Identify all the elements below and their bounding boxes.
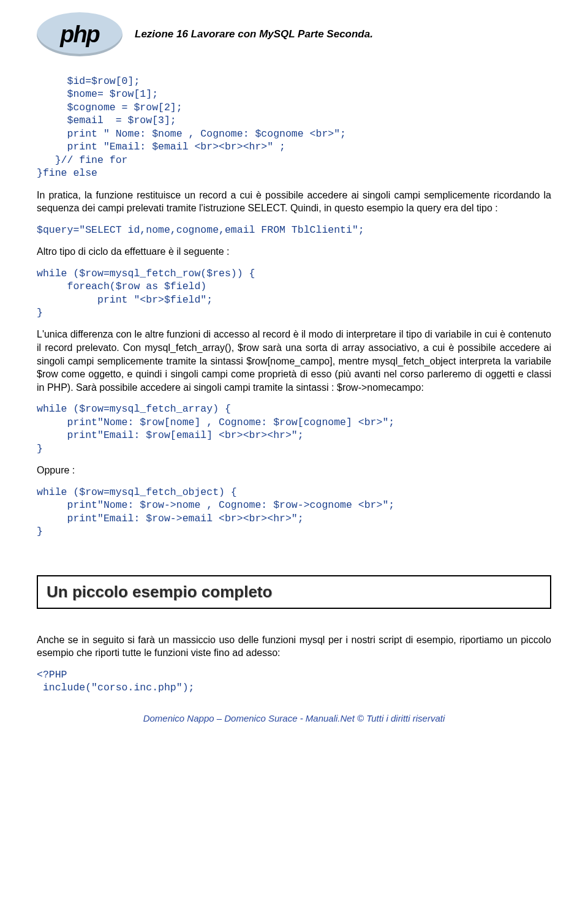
code-block-3: while ($row=mysql_fetch_row($res)) { for…: [37, 267, 551, 320]
paragraph-4: Oppure :: [37, 464, 551, 477]
php-logo-text: php: [60, 21, 99, 48]
page-container: php Lezione 16 Lavorare con MySQL Parte …: [0, 0, 588, 742]
php-logo: php: [37, 12, 123, 56]
paragraph-2: Altro tipo di ciclo da effettuare è il s…: [37, 245, 551, 258]
code-block-1: $id=$row[0]; $nome= $row[1]; $cognome = …: [37, 75, 551, 180]
code-block-5: while ($row=mysql_fetch_object) { print"…: [37, 486, 551, 538]
paragraph-1: In pratica, la funzione restituisce un r…: [37, 189, 551, 215]
lesson-title: Lezione 16 Lavorare con MySQL Parte Seco…: [135, 28, 373, 40]
code-block-6: <?PHP include("corso.inc.php");: [37, 668, 551, 695]
paragraph-5: Anche se in seguito si farà un massiccio…: [37, 633, 551, 660]
code-block-2: $query="SELECT id,nome,cognome,email FRO…: [37, 224, 551, 236]
page-header: php Lezione 16 Lavorare con MySQL Parte …: [37, 12, 551, 56]
section-heading-box: Un piccolo esempio completo: [37, 575, 551, 609]
code-block-4: while ($row=mysql_fetch_array) { print"N…: [37, 402, 551, 455]
page-footer: Domenico Nappo – Domenico Surace - Manua…: [37, 713, 551, 723]
section-heading: Un piccolo esempio completo: [47, 583, 541, 602]
paragraph-3: L'unica differenza con le altre funzioni…: [37, 328, 551, 394]
